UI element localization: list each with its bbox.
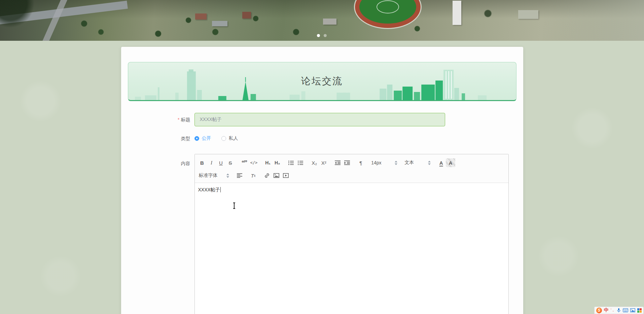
toolbar-row-2: 标准字体 Tx — [198, 169, 506, 182]
editor-content-text: XXXX帖子 — [198, 187, 220, 192]
building-shape — [242, 12, 251, 19]
building-shape — [195, 13, 207, 20]
building-shape — [518, 10, 538, 19]
superscript-button[interactable]: X² — [319, 158, 328, 167]
clear-format-T: T — [251, 173, 254, 179]
editor-toolbar: B I U S “” </> H₁ H₂ — [195, 154, 508, 183]
link-icon — [264, 173, 270, 178]
forum-post-card: 论坛交流 *标题 类型 公开 私人 内 — [121, 47, 523, 314]
rich-text-editor: B I U S “” </> H₁ H₂ — [194, 154, 509, 314]
align-left-icon — [237, 173, 242, 178]
ime-mode-chinese[interactable]: 中 — [604, 307, 609, 313]
page-title: 论坛交流 — [128, 62, 516, 100]
sort-arrows-icon — [226, 174, 229, 178]
radio-private-label[interactable]: 私人 — [229, 135, 238, 142]
insert-video-button[interactable] — [281, 171, 291, 180]
keyboard-icon[interactable] — [623, 308, 628, 312]
align-button[interactable] — [235, 171, 244, 180]
carousel-dot-active[interactable] — [317, 34, 320, 37]
sort-arrows-icon — [428, 161, 431, 165]
microphone-icon[interactable] — [617, 308, 621, 313]
mouse-ibeam-cursor — [232, 202, 236, 209]
image-icon — [274, 173, 279, 178]
clear-format-button[interactable]: Tx — [249, 171, 258, 180]
text-caret — [220, 187, 221, 192]
ordered-list-icon — [288, 160, 294, 165]
tall-building-shape — [453, 1, 461, 25]
paragraph-direction-button[interactable]: ¶ — [356, 158, 365, 167]
type-label: 类型 — [128, 135, 194, 142]
toolbar-row-1: B I U S “” </> H₁ H₂ — [198, 156, 506, 169]
font-size-value: 14px — [371, 160, 386, 165]
unordered-list-icon — [298, 160, 303, 165]
forum-header-banner: 论坛交流 — [128, 62, 516, 101]
indent-icon — [344, 160, 350, 165]
ime-punctuation-indicator[interactable]: ’， — [611, 308, 615, 313]
title-label: *标题 — [128, 116, 194, 123]
content-form-row: 内容 B I U S “” </> H₁ H₂ — [128, 154, 516, 314]
bold-button[interactable]: B — [198, 158, 207, 167]
title-form-row: *标题 — [128, 113, 516, 126]
blockquote-button[interactable]: “” — [240, 158, 249, 167]
insert-link-button[interactable] — [262, 171, 272, 180]
radio-private[interactable]: 私人 — [221, 135, 238, 142]
type-form-row: 类型 公开 私人 — [128, 135, 516, 142]
strikethrough-button[interactable]: S — [226, 158, 235, 167]
radio-public[interactable]: 公开 — [194, 135, 211, 142]
building-shape — [212, 21, 227, 26]
insert-image-button[interactable] — [272, 171, 281, 180]
italic-button[interactable]: I — [207, 158, 216, 167]
unordered-list-button[interactable] — [296, 158, 305, 167]
font-color-button[interactable]: A — [436, 158, 446, 167]
subscript-button[interactable]: X₂ — [310, 158, 319, 167]
editor-content-area[interactable]: XXXX帖子 — [195, 183, 508, 314]
code-button[interactable]: </> — [249, 158, 259, 167]
outdent-icon — [335, 160, 341, 165]
parking-lot-shape — [543, 0, 644, 41]
road-shape — [37, 0, 70, 41]
radio-checked-icon[interactable] — [194, 136, 199, 141]
font-family-select[interactable]: 标准字体 — [198, 171, 230, 180]
screenshot-icon[interactable] — [630, 308, 635, 312]
ime-status-bar: S 中 ’， — [594, 307, 644, 314]
carousel-dot-inactive[interactable] — [324, 34, 327, 37]
ime-logo-icon[interactable]: S — [596, 308, 602, 313]
ime-toolbox-icon[interactable] — [637, 308, 642, 313]
heading2-button[interactable]: H₂ — [273, 158, 282, 167]
font-family-value: 标准字体 — [199, 172, 218, 179]
stadium-shape — [355, 0, 421, 28]
heading1-button[interactable]: H₁ — [263, 158, 273, 167]
page-body: 论坛交流 *标题 类型 公开 私人 内 — [0, 41, 644, 314]
sort-arrows-icon — [395, 161, 397, 165]
clear-format-x: x — [254, 174, 256, 178]
radio-public-label[interactable]: 公开 — [202, 135, 211, 142]
required-mark: * — [178, 117, 179, 122]
outdent-button[interactable] — [333, 158, 342, 167]
stadium-track-line — [377, 0, 399, 14]
highlight-color-button[interactable]: A — [446, 158, 455, 167]
underline-button[interactable]: U — [216, 158, 226, 167]
content-label: 内容 — [128, 154, 194, 167]
text-type-value: 文本 — [404, 160, 419, 166]
title-label-text: 标题 — [181, 117, 190, 122]
text-type-select[interactable]: 文本 — [403, 158, 432, 167]
post-title-input[interactable] — [194, 113, 445, 126]
ordered-list-button[interactable] — [286, 158, 296, 167]
building-shape — [323, 19, 336, 25]
video-icon — [283, 173, 289, 178]
carousel-indicator — [317, 34, 327, 37]
indent-button[interactable] — [342, 158, 352, 167]
type-radio-group: 公开 私人 — [194, 135, 238, 142]
radio-unchecked-icon[interactable] — [221, 136, 226, 141]
font-size-select[interactable]: 14px — [370, 158, 399, 167]
campus-photo-carousel — [0, 0, 644, 41]
